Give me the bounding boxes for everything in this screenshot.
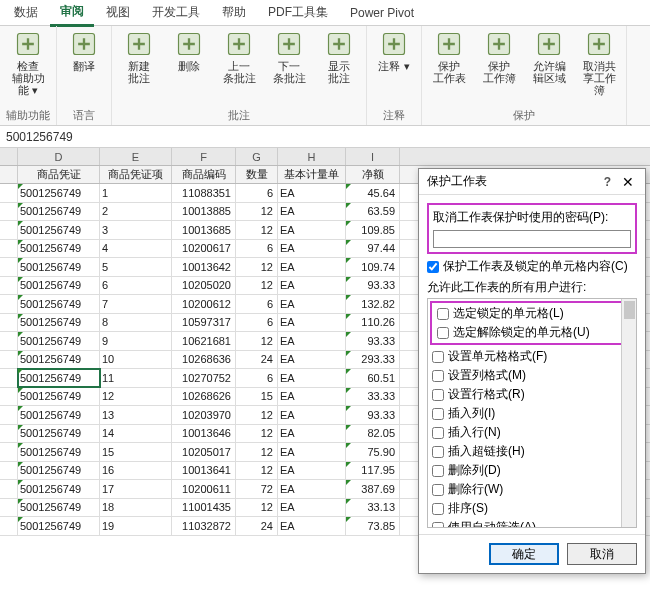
cell[interactable]: 6 [236, 184, 278, 202]
cell[interactable]: 12 [236, 332, 278, 350]
cell[interactable]: 109.74 [346, 258, 400, 276]
cell[interactable]: 10200612 [172, 295, 236, 313]
col-letter[interactable]: D [18, 148, 100, 165]
cell[interactable]: EA [278, 425, 346, 443]
cell[interactable]: 82.05 [346, 425, 400, 443]
cell[interactable]: 6 [236, 295, 278, 313]
cell[interactable]: 73.85 [346, 517, 400, 535]
cell[interactable]: 5001256749 [18, 332, 100, 350]
perm-item-2[interactable]: 设置单元格格式(F) [428, 347, 636, 366]
cell[interactable]: EA [278, 517, 346, 535]
cell[interactable]: 109.85 [346, 221, 400, 239]
cell[interactable] [0, 462, 18, 480]
cell[interactable]: 2 [100, 203, 172, 221]
cell[interactable]: 11001435 [172, 499, 236, 517]
perm-item-6[interactable]: 插入行(N) [428, 423, 636, 442]
cell[interactable]: EA [278, 314, 346, 332]
cell[interactable]: 5001256749 [18, 351, 100, 369]
cell[interactable]: 93.33 [346, 406, 400, 424]
perm-item-9[interactable]: 删除行(W) [428, 480, 636, 499]
perm-item-10[interactable]: 排序(S) [428, 499, 636, 518]
perm-item-4[interactable]: 设置行格式(R) [428, 385, 636, 404]
cell[interactable]: 33.13 [346, 499, 400, 517]
tab-6[interactable]: Power Pivot [340, 2, 424, 24]
col-letter[interactable] [0, 148, 18, 165]
cell[interactable]: EA [278, 351, 346, 369]
cell[interactable]: EA [278, 203, 346, 221]
cell[interactable]: 10203970 [172, 406, 236, 424]
cell[interactable]: 5001256749 [18, 221, 100, 239]
cell[interactable] [0, 351, 18, 369]
cell[interactable]: 10013642 [172, 258, 236, 276]
cell[interactable]: 12 [236, 462, 278, 480]
perm-item-11[interactable]: 使用自动筛选(A) [428, 518, 636, 528]
cell[interactable]: 5001256749 [18, 203, 100, 221]
cell[interactable]: 10200611 [172, 480, 236, 498]
cell[interactable]: 10205017 [172, 443, 236, 461]
cell[interactable]: 10200617 [172, 240, 236, 258]
cell[interactable]: 11088351 [172, 184, 236, 202]
cell[interactable]: 10013885 [172, 203, 236, 221]
cell[interactable]: 12 [236, 221, 278, 239]
cell[interactable]: 15 [236, 388, 278, 406]
cell[interactable]: 5001256749 [18, 314, 100, 332]
cell[interactable]: EA [278, 499, 346, 517]
cell[interactable]: 10 [100, 351, 172, 369]
cell[interactable]: EA [278, 388, 346, 406]
cell[interactable]: 45.64 [346, 184, 400, 202]
cell[interactable]: 4 [100, 240, 172, 258]
cell[interactable]: 387.69 [346, 480, 400, 498]
scrollbar[interactable] [621, 299, 636, 527]
perm-item-7[interactable]: 插入超链接(H) [428, 442, 636, 461]
cell[interactable]: 72 [236, 480, 278, 498]
cell[interactable]: 24 [236, 517, 278, 535]
cell[interactable]: 10268626 [172, 388, 236, 406]
cell[interactable]: 12 [236, 277, 278, 295]
cell[interactable]: 17 [100, 480, 172, 498]
cell[interactable]: 5001256749 [18, 443, 100, 461]
tab-0[interactable]: 数据 [4, 0, 48, 25]
tab-1[interactable]: 审阅 [50, 0, 94, 27]
cell[interactable]: EA [278, 462, 346, 480]
cell[interactable]: 5001256749 [18, 240, 100, 258]
perm-item-0[interactable]: 选定锁定的单元格(L) [433, 304, 631, 323]
cell[interactable]: 7 [100, 295, 172, 313]
cell[interactable]: 132.82 [346, 295, 400, 313]
col-letter[interactable]: E [100, 148, 172, 165]
cancel-button[interactable]: 取消 [567, 543, 637, 565]
cell[interactable]: 12 [236, 258, 278, 276]
perm-item-8[interactable]: 删除列(D) [428, 461, 636, 480]
cell[interactable]: 10270752 [172, 369, 236, 387]
cell[interactable]: 11 [100, 369, 172, 387]
cell[interactable] [0, 240, 18, 258]
cell[interactable]: 10597317 [172, 314, 236, 332]
cell[interactable]: EA [278, 295, 346, 313]
cell[interactable]: 16 [100, 462, 172, 480]
cell[interactable]: 19 [100, 517, 172, 535]
perm-item-5[interactable]: 插入列(I) [428, 404, 636, 423]
cell[interactable]: 14 [100, 425, 172, 443]
ribbon-item-4-2[interactable]: 允许编辑区域 [528, 30, 570, 84]
cell[interactable]: 6 [100, 277, 172, 295]
cell[interactable]: 5001256749 [18, 425, 100, 443]
tab-5[interactable]: PDF工具集 [258, 0, 338, 25]
cell[interactable]: 117.95 [346, 462, 400, 480]
cell[interactable]: EA [278, 480, 346, 498]
cell[interactable]: EA [278, 258, 346, 276]
ok-button[interactable]: 确定 [489, 543, 559, 565]
cell[interactable]: 93.33 [346, 277, 400, 295]
cell[interactable]: 10013685 [172, 221, 236, 239]
cell[interactable] [0, 517, 18, 535]
cell[interactable]: 5001256749 [18, 295, 100, 313]
cell[interactable]: 12 [236, 499, 278, 517]
cell[interactable]: 10268636 [172, 351, 236, 369]
col-letter[interactable]: I [346, 148, 400, 165]
cell[interactable]: 1 [100, 184, 172, 202]
cell[interactable]: EA [278, 332, 346, 350]
ribbon-item-2-2[interactable]: 上一条批注 [218, 30, 260, 84]
cell[interactable]: 12 [100, 388, 172, 406]
cell[interactable]: 5001256749 [18, 369, 100, 387]
cell[interactable]: EA [278, 184, 346, 202]
ribbon-item-4-0[interactable]: 保护工作表 [428, 30, 470, 84]
formula-bar[interactable]: 5001256749 [0, 126, 650, 148]
